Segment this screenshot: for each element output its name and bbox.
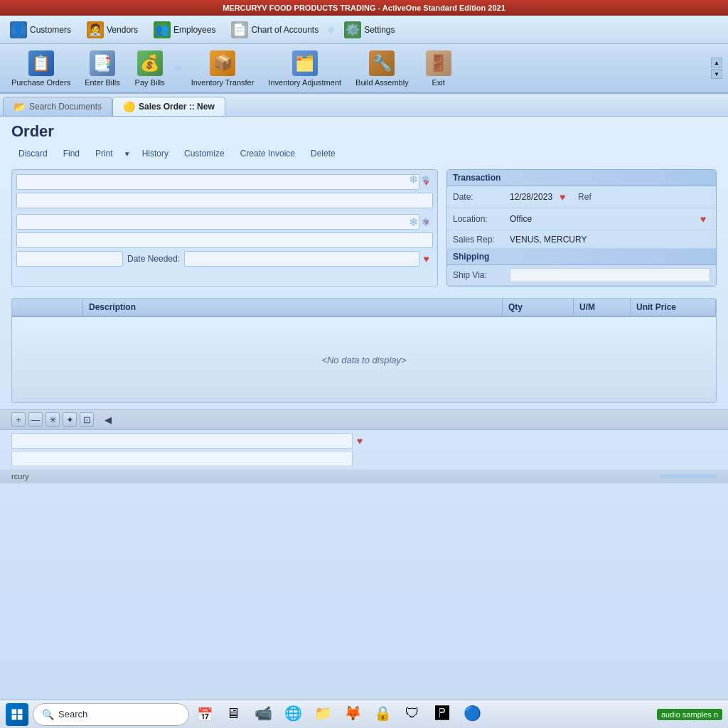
coa-label: Chart of Accounts bbox=[251, 25, 318, 35]
tax-heart-btn[interactable]: ♥ bbox=[353, 433, 367, 449]
sales-rep-row: Sales Rep: VENUS, MERCURY bbox=[447, 230, 716, 249]
filter-btn[interactable]: ⊡ bbox=[80, 412, 94, 427]
location-label: Location: bbox=[453, 214, 510, 224]
address-input1[interactable] bbox=[16, 193, 433, 208]
date-needed-label: Date Needed: bbox=[127, 254, 180, 264]
print-dropdown-btn[interactable]: ▼ bbox=[121, 148, 134, 160]
delete-button[interactable]: Delete bbox=[304, 146, 343, 161]
inventory-adjustment-btn[interactable]: 🗂️ Inventory Adjustment bbox=[262, 48, 347, 90]
left-form: ❄ ❄ ♥ ❄ ❄ ♥ Date bbox=[11, 169, 438, 287]
shipping-row: ❄ ❄ ♥ bbox=[16, 214, 433, 230]
taskbar-edge-app[interactable]: 🌐 bbox=[280, 703, 306, 726]
enter-bills-label: Enter Bills bbox=[85, 78, 120, 87]
address-input2[interactable] bbox=[16, 232, 433, 248]
menu-vendors[interactable]: 🧑‍💼 Vendors bbox=[80, 18, 145, 41]
scroll-down-btn[interactable]: ▼ bbox=[711, 69, 722, 79]
date-needed-row: Date Needed: ♥ bbox=[16, 251, 433, 267]
taskbar-search-box[interactable]: 🔍 Search bbox=[33, 703, 189, 726]
phone-input[interactable] bbox=[16, 251, 123, 267]
customer-input[interactable] bbox=[16, 174, 419, 190]
toolbar: 📋 Purchase Orders 📑 Enter Bills 💰 Pay Bi… bbox=[0, 44, 728, 94]
menu-coa[interactable]: 📄 Chart of Accounts bbox=[224, 18, 326, 41]
employees-icon: 👥 bbox=[154, 21, 171, 38]
location-row: Location: Office ♥ bbox=[447, 208, 716, 230]
start-button[interactable] bbox=[6, 703, 28, 726]
shipping-input-group: ♥ bbox=[16, 214, 433, 230]
app-title: MERCURYV FOOD PRODUCTS TRADING - ActiveO… bbox=[223, 4, 505, 12]
enter-bills-btn[interactable]: 📑 Enter Bills bbox=[79, 48, 126, 90]
ref-label: Ref bbox=[578, 192, 592, 202]
title-bar: MERCURYV FOOD PRODUCTS TRADING - ActiveO… bbox=[0, 0, 728, 16]
tax-input[interactable] bbox=[11, 433, 353, 449]
customer-heart-btn[interactable]: ♥ bbox=[419, 174, 433, 190]
taskbar: 🔍 Search 📅 🖥 📹 🌐 📁 🦊 🔒 🛡 🅿 🔵 audio sampl… bbox=[0, 700, 728, 728]
toolbar-scroll[interactable]: ▲ ▼ bbox=[711, 58, 722, 79]
date-needed-input[interactable] bbox=[184, 251, 419, 267]
note-row bbox=[11, 451, 717, 466]
sparkle-btn[interactable]: ✦ bbox=[63, 412, 77, 427]
discard-button[interactable]: Discard bbox=[11, 146, 55, 161]
inventory-transfer-label: Inventory Transfer bbox=[191, 78, 255, 87]
exit-btn[interactable]: 🚪 Exit bbox=[417, 48, 460, 90]
col-description: Description bbox=[83, 299, 503, 316]
taskbar-app1[interactable]: 🅿 bbox=[429, 703, 455, 726]
scroll-left-btn[interactable]: ◀ bbox=[102, 412, 114, 427]
menu-employees[interactable]: 👥 Employees bbox=[146, 18, 223, 41]
bottom-toolbar: + — ✳ ✦ ⊡ ◀ bbox=[0, 409, 728, 430]
ship-via-input[interactable] bbox=[510, 268, 710, 282]
note-input[interactable] bbox=[11, 451, 353, 466]
tray-audio-text: audio samples n bbox=[657, 709, 722, 720]
customize-button[interactable]: Customize bbox=[177, 146, 232, 161]
inventory-transfer-icon: 📦 bbox=[210, 50, 235, 76]
col-qty: Qty bbox=[503, 299, 574, 316]
customers-icon: 👤 bbox=[10, 21, 27, 38]
history-button[interactable]: History bbox=[135, 146, 176, 161]
footer-row: rcury bbox=[0, 469, 728, 483]
remove-row-btn[interactable]: — bbox=[28, 412, 43, 427]
taskbar-firefox-app[interactable]: 🦊 bbox=[340, 703, 365, 726]
location-value: Office bbox=[510, 214, 696, 224]
snowflake-sep2: ❄ bbox=[174, 63, 183, 74]
star-btn[interactable]: ✳ bbox=[46, 412, 60, 427]
menu-bar: 👤 Customers 🧑‍💼 Vendors 👥 Employees 📄 Ch… bbox=[0, 16, 728, 44]
taskbar-search-text: Search bbox=[58, 709, 87, 719]
date-value: 12/28/2023 bbox=[510, 192, 552, 202]
sales-order-tab-label: Sales Order :: New bbox=[139, 102, 215, 112]
exit-icon: 🚪 bbox=[426, 50, 451, 76]
menu-settings[interactable]: ⚙️ Settings bbox=[337, 18, 402, 41]
date-heart-btn[interactable]: ♥ bbox=[555, 189, 569, 205]
create-invoice-button[interactable]: Create Invoice bbox=[233, 146, 302, 161]
shipping-section-header: Shipping bbox=[447, 249, 716, 265]
taskbar-vpn-app[interactable]: 🔒 bbox=[370, 703, 395, 726]
build-assembly-icon: 🔧 bbox=[369, 50, 395, 76]
scroll-up-btn[interactable]: ▲ bbox=[711, 58, 722, 68]
page-header: Order bbox=[0, 117, 728, 144]
table-header: Description Qty U/M Unit Price bbox=[12, 299, 716, 317]
taskbar-terminal-app[interactable]: 🖥 bbox=[220, 703, 246, 726]
location-heart-btn[interactable]: ♥ bbox=[696, 211, 710, 227]
taskbar-chrome-app[interactable]: 🔵 bbox=[459, 703, 485, 726]
taskbar-video-app[interactable]: 📹 bbox=[250, 703, 276, 726]
purchase-orders-btn[interactable]: 📋 Purchase Orders bbox=[6, 48, 76, 90]
tab-sales-order-new[interactable]: 🟡 Sales Order :: New bbox=[112, 97, 225, 116]
add-row-btn[interactable]: + bbox=[11, 412, 26, 427]
build-assembly-btn[interactable]: 🔧 Build Assembly bbox=[350, 48, 414, 90]
taskbar-files-app[interactable]: 📁 bbox=[310, 703, 336, 726]
date-needed-heart-btn[interactable]: ♥ bbox=[419, 251, 433, 267]
ship-via-label: Ship Via: bbox=[453, 270, 510, 280]
vendors-label: Vendors bbox=[107, 25, 138, 35]
col-item bbox=[12, 299, 83, 316]
inventory-transfer-btn[interactable]: 📦 Inventory Transfer bbox=[186, 48, 260, 90]
print-button[interactable]: Print bbox=[88, 146, 120, 161]
taskbar-vpn2-app[interactable]: 🛡 bbox=[400, 703, 425, 726]
find-button[interactable]: Find bbox=[56, 146, 87, 161]
pay-bills-label: Pay Bills bbox=[135, 78, 165, 87]
transaction-section-header: Transaction bbox=[447, 170, 716, 186]
pay-bills-btn[interactable]: 💰 Pay Bills bbox=[129, 48, 171, 90]
shipping-heart-btn[interactable]: ♥ bbox=[419, 214, 433, 230]
menu-customers[interactable]: 👤 Customers bbox=[3, 18, 78, 41]
pay-bills-icon: 💰 bbox=[137, 50, 163, 76]
shipping-input[interactable] bbox=[16, 214, 419, 230]
tab-search-documents[interactable]: 📂 Search Documents bbox=[3, 97, 112, 116]
taskbar-calendar-icon[interactable]: 📅 bbox=[193, 703, 216, 726]
